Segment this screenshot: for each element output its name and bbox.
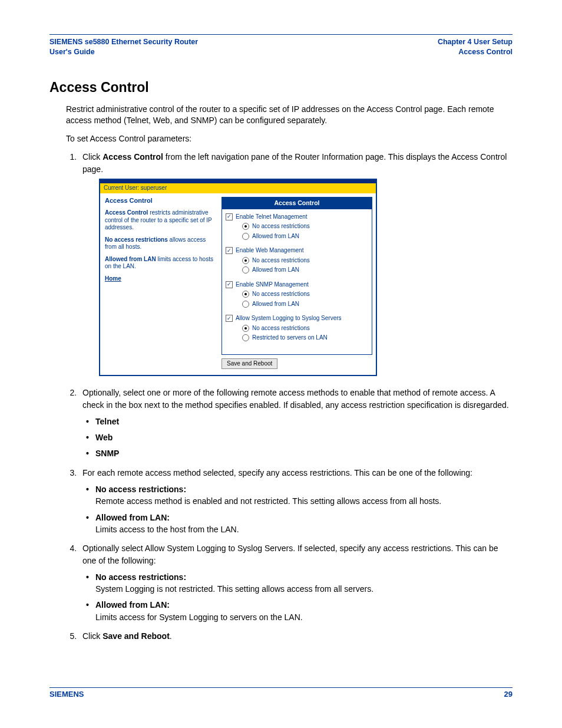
- screenshot-figure: Current User: superuser Access Control A…: [99, 179, 377, 376]
- page-footer: SIEMENS 29: [49, 687, 513, 699]
- checkbox-snmp[interactable]: ✓: [226, 281, 233, 288]
- step3-item-2: Allowed from LAN: Limits access to the h…: [95, 512, 513, 536]
- header-left-line2: User's Guide: [49, 47, 198, 57]
- footer-left: SIEMENS: [49, 690, 84, 699]
- checkbox-syslog[interactable]: ✓: [226, 315, 233, 322]
- step4-item-1: No access restrictions: System Logging i…: [95, 571, 513, 595]
- header-right-line2: Access Control: [438, 47, 513, 57]
- steps-list: Click Access Control from the left navig…: [66, 151, 513, 642]
- figure-home-link[interactable]: Home: [105, 275, 216, 283]
- radio-syslog-noaccess[interactable]: [242, 325, 249, 332]
- header-right-line1: Chapter 4 User Setup: [438, 37, 513, 47]
- checkbox-telnet[interactable]: ✓: [226, 213, 233, 220]
- step3-item-1: No access restrictions: Remote access me…: [95, 483, 513, 508]
- figure-side-title: Access Control: [105, 197, 216, 205]
- step4-item-2: Allowed from LAN: Limits access for Syst…: [95, 599, 513, 623]
- step-2: Optionally, select one or more of the fo…: [79, 387, 513, 459]
- bullet-snmp: SNMP: [95, 447, 513, 459]
- checkbox-web[interactable]: ✓: [226, 247, 233, 254]
- figure-user-bar: Current User: superuser: [100, 183, 376, 193]
- bullet-telnet: Telnet: [95, 416, 513, 427]
- footer-right: 29: [504, 690, 513, 699]
- radio-web-lan[interactable]: [242, 266, 249, 274]
- radio-syslog-lan[interactable]: [242, 334, 249, 341]
- page-header: SIEMENS se5880 Ethernet Security Router …: [49, 34, 513, 57]
- figure-sidebar: Access Control Access Control restricts …: [100, 193, 220, 375]
- save-reboot-button[interactable]: Save and Reboot: [222, 358, 277, 370]
- figure-panel-title: Access Control: [222, 197, 372, 209]
- header-left-line1: SIEMENS se5880 Ethernet Security Router: [49, 37, 198, 47]
- radio-snmp-noaccess[interactable]: [242, 291, 249, 298]
- intro-paragraph-2: To set Access Control parameters:: [66, 133, 513, 144]
- radio-telnet-lan[interactable]: [242, 233, 249, 240]
- step-1: Click Access Control from the left navig…: [79, 151, 513, 376]
- intro-paragraph-1: Restrict administrative control of the r…: [66, 104, 513, 126]
- step-5: Click Save and Reboot.: [79, 630, 513, 642]
- bullet-web: Web: [95, 431, 513, 443]
- radio-snmp-lan[interactable]: [242, 301, 249, 308]
- page-title: Access Control: [49, 80, 513, 95]
- radio-web-noaccess[interactable]: [242, 257, 249, 264]
- step-4: Optionally select Allow System Logging t…: [79, 542, 513, 623]
- radio-telnet-noaccess[interactable]: [242, 223, 249, 230]
- step-3: For each remote access method selected, …: [79, 467, 513, 535]
